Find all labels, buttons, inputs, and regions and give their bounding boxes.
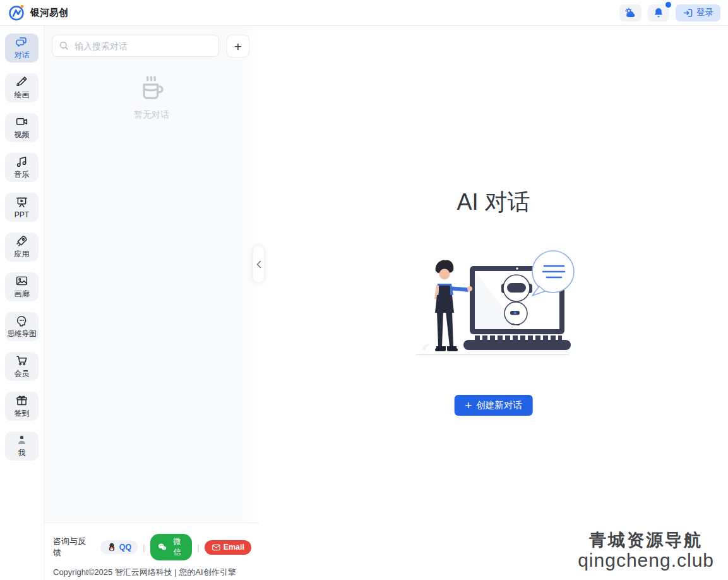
sidebar-label: 绘画 [15, 90, 30, 100]
sidebar-item-apps[interactable]: 应用 [5, 233, 39, 262]
sidebar-label: 对话 [15, 50, 30, 61]
sidebar-label: 会员 [15, 368, 30, 379]
music-note-icon [15, 155, 28, 168]
watermark-url: qingcheng.club [578, 550, 714, 571]
user-icon [15, 433, 28, 447]
search-box [52, 35, 219, 57]
notification-badge [665, 2, 671, 8]
qq-penguin-icon [107, 542, 117, 552]
header-actions: 登录 [619, 4, 720, 21]
pen-icon [15, 75, 28, 88]
sidebar-label: 应用 [15, 249, 30, 260]
cart-icon [15, 354, 28, 367]
main-area: AI 对话 [259, 26, 728, 580]
copyright-text: Copyright©2025 智汇云网络科技 | 您的AI创作引擎 [53, 567, 251, 578]
sidebar-label: 音乐 [15, 169, 30, 180]
image-icon [15, 274, 28, 287]
video-camera-icon [15, 115, 28, 128]
envelope-icon [212, 543, 221, 552]
login-button[interactable]: 登录 [676, 4, 720, 21]
panel-footer: 咨询与反馈 QQ | [44, 523, 259, 580]
search-icon [58, 40, 69, 51]
sidebar-label: 思维导图 [8, 329, 37, 339]
presentation-icon [15, 196, 28, 209]
sidebar-item-membership[interactable]: 会员 [5, 352, 39, 381]
coffee-cup-icon [137, 74, 166, 103]
plus-icon: + [465, 399, 472, 411]
gift-icon [15, 394, 28, 407]
wechat-contact-button[interactable]: 微信 [150, 534, 193, 560]
login-arrow-icon [683, 8, 693, 18]
page-title: AI 对话 [456, 187, 530, 218]
bell-icon [652, 6, 665, 19]
empty-state: 暂无对话 [44, 74, 259, 121]
email-label: Email [224, 543, 244, 552]
theme-weather-button[interactable] [619, 4, 641, 21]
sidebar-item-music[interactable]: 音乐 [5, 153, 39, 182]
qq-label: QQ [119, 543, 131, 552]
sidebar-label: 画廊 [15, 289, 30, 299]
login-label: 登录 [696, 7, 713, 18]
sidebar-item-mindmap[interactable]: 思维导图 [5, 312, 39, 341]
sidebar-label: PPT [15, 210, 29, 219]
conversation-panel: + 暂无对话 咨询与反馈 [44, 26, 259, 580]
sidebar-label: 签到 [15, 408, 30, 419]
sidebar-item-ppt[interactable]: PPT [5, 193, 39, 222]
divider: | [197, 543, 199, 552]
sidebar-item-draw[interactable]: 绘画 [5, 73, 39, 102]
search-input[interactable] [52, 35, 219, 57]
conversation-list: + 暂无对话 [44, 26, 259, 523]
ai-chat-illustration [409, 248, 578, 368]
sidebar-item-chat[interactable]: 对话 [5, 33, 39, 63]
brand-name: 银河易创 [30, 7, 68, 19]
sidebar: 对话 绘画 视频 音乐 [0, 26, 44, 580]
rocket-icon [15, 234, 28, 248]
feedback-label: 咨询与反馈 [53, 536, 94, 559]
site-watermark: 青城资源导航 qingcheng.club [578, 531, 714, 571]
divider: | [143, 543, 145, 552]
qq-contact-button[interactable]: QQ [100, 540, 138, 554]
watermark-title: 青城资源导航 [578, 531, 714, 550]
collapse-panel-button[interactable] [253, 246, 264, 282]
app-header: 银河易创 登录 [0, 0, 728, 26]
create-conversation-label: 创建新对话 [476, 399, 522, 411]
chevron-left-icon [256, 260, 262, 269]
sun-cloud-icon [624, 6, 637, 20]
wechat-icon [157, 542, 167, 552]
email-contact-button[interactable]: Email [205, 540, 251, 555]
sidebar-label: 我 [18, 448, 26, 459]
sidebar-item-checkin[interactable]: 签到 [5, 392, 39, 421]
mindmap-head-icon [15, 315, 28, 328]
create-conversation-button[interactable]: + 创建新对话 [454, 395, 533, 416]
empty-state-text: 暂无对话 [134, 109, 169, 121]
sidebar-item-video[interactable]: 视频 [5, 113, 39, 142]
notifications-button[interactable] [648, 4, 669, 21]
app-logo-icon [8, 4, 25, 21]
wechat-label: 微信 [169, 536, 185, 558]
sidebar-item-gallery[interactable]: 画廊 [5, 272, 39, 301]
sidebar-label: 视频 [15, 130, 30, 140]
new-conversation-button[interactable]: + [227, 35, 249, 57]
sidebar-item-me[interactable]: 我 [5, 432, 39, 461]
chat-bubbles-icon [15, 35, 28, 49]
